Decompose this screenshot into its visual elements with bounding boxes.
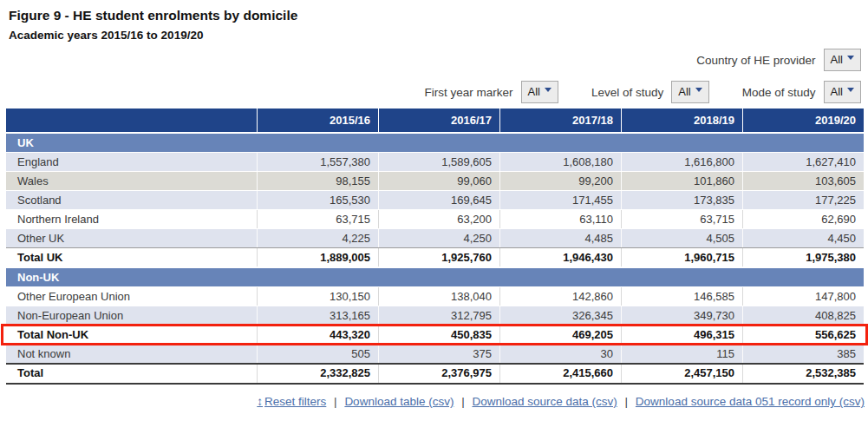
dropdown-value: All (831, 53, 843, 67)
row-label: Wales (6, 172, 257, 190)
row-label: Total Non-UK (6, 326, 257, 344)
year-column-header: 2019/20 (742, 109, 864, 132)
download-source-data-051-csv-link[interactable]: Download source data 051 record only (cs… (636, 395, 865, 408)
cell-value: 30 (499, 345, 621, 363)
page-subtitle: Academic years 2015/16 to 2019/20 (9, 29, 868, 42)
filter-label: First year marker (425, 86, 513, 99)
cell-value: 63,715 (621, 210, 742, 228)
cell-value: 2,332,825 (257, 365, 378, 383)
cell-value: 169,645 (378, 191, 499, 209)
year-column-header: 2018/19 (621, 109, 742, 132)
group-row-non-uk: Non-UK (6, 266, 864, 286)
table-row-wales: Wales98,15599,06099,200101,860103,605 (6, 171, 864, 190)
cell-value: 142,860 (499, 287, 621, 306)
cell-value: 312,795 (378, 306, 499, 325)
table-row-total-non-uk: Total Non-UK443,320450,835469,205496,315… (6, 325, 864, 344)
reset-filters-icon: ↕ (257, 395, 263, 408)
cell-value: 4,450 (742, 229, 864, 247)
cell-value: 1,925,760 (378, 248, 499, 266)
footer-links: ↕Reset filters | Download table (csv) | … (0, 395, 868, 408)
cell-value: 147,800 (742, 287, 864, 306)
cell-value: 165,530 (257, 191, 378, 209)
cell-value: 2,532,385 (742, 365, 864, 383)
chevron-down-icon (545, 88, 551, 92)
cell-value: 4,485 (499, 229, 621, 247)
cell-value: 1,889,005 (257, 248, 378, 266)
cell-value: 4,505 (621, 229, 742, 247)
cell-value: 63,110 (499, 210, 621, 228)
filter-row-1: Country of HE provider All (0, 49, 868, 71)
table-row-not-known: Not known50537530115385 (6, 344, 864, 363)
cell-value: 2,376,975 (378, 365, 499, 383)
row-label: Scotland (6, 191, 257, 209)
level-of-study-dropdown[interactable]: All (671, 81, 708, 103)
cell-value: 98,155 (257, 172, 378, 190)
row-label: Non-European Union (6, 306, 257, 325)
table-row-northern-ireland: Northern Ireland63,71563,20063,11063,715… (6, 209, 864, 228)
cell-value: 138,040 (378, 287, 499, 306)
group-row-uk: UK (6, 132, 864, 152)
table-row-other-uk: Other UK4,2254,2504,4854,5054,450 (6, 228, 864, 247)
cell-value: 173,835 (621, 191, 742, 209)
year-column-header: 2015/16 (257, 109, 378, 132)
download-table-csv-link[interactable]: Download table (csv) (344, 395, 454, 408)
cell-value: 99,200 (499, 172, 621, 190)
cell-value: 4,225 (257, 229, 378, 247)
table-row-total: Total2,332,8252,376,9752,415,6602,457,15… (6, 363, 864, 385)
cell-value: 443,320 (257, 326, 378, 344)
country-filter-dropdown[interactable]: All (824, 49, 861, 71)
cell-value: 177,225 (742, 191, 864, 209)
cell-value: 469,205 (499, 326, 621, 344)
cell-value: 4,250 (378, 229, 499, 247)
link-separator: | (334, 395, 337, 408)
cell-value: 1,960,715 (621, 248, 742, 266)
cell-value: 130,150 (257, 287, 378, 306)
cell-value: 1,608,180 (499, 153, 621, 171)
cell-value: 326,345 (499, 306, 621, 325)
cell-value: 496,315 (621, 326, 742, 344)
page-title: Figure 9 - HE student enrolments by domi… (9, 8, 868, 23)
cell-value: 171,455 (499, 191, 621, 209)
cell-value: 505 (257, 345, 378, 363)
filter-label: Country of HE provider (696, 54, 815, 67)
row-label: Other European Union (6, 287, 257, 306)
cell-value: 63,715 (257, 210, 378, 228)
dropdown-value: All (831, 85, 843, 99)
cell-value: 450,835 (378, 326, 499, 344)
cell-value: 99,060 (378, 172, 499, 190)
year-column-header: 2016/17 (378, 109, 499, 132)
dropdown-value: All (528, 85, 540, 99)
table-header-row: 2015/16 2016/17 2017/18 2018/19 2019/20 (6, 109, 864, 132)
filter-label: Mode of study (742, 86, 816, 99)
chevron-down-icon (847, 88, 854, 92)
chevron-down-icon (695, 88, 702, 92)
first-year-marker-dropdown[interactable]: All (521, 81, 558, 103)
mode-of-study-dropdown[interactable]: All (824, 81, 861, 103)
cell-value: 1,589,605 (378, 153, 499, 171)
cell-value: 349,730 (621, 306, 742, 325)
chevron-down-icon (847, 56, 854, 60)
table-row-england: England1,557,3801,589,6051,608,1801,616,… (6, 152, 864, 171)
cell-value: 103,605 (742, 172, 864, 190)
table-row-other-european-union: Other European Union130,150138,040142,86… (6, 286, 864, 306)
row-label: Other UK (6, 229, 257, 247)
cell-value: 385 (742, 345, 864, 363)
cell-value: 62,690 (742, 210, 864, 228)
filter-country-of-he-provider: Country of HE provider All (696, 49, 861, 71)
link-separator: | (461, 395, 465, 408)
cell-value: 1,627,410 (742, 153, 864, 171)
cell-value: 63,200 (378, 210, 499, 228)
cell-value: 101,860 (621, 172, 742, 190)
enrolment-table: 2015/16 2016/17 2017/18 2018/19 2019/20 … (6, 109, 864, 385)
row-label: Total (6, 365, 257, 383)
page-header: Figure 9 - HE student enrolments by domi… (0, 0, 868, 42)
dropdown-value: All (678, 85, 690, 99)
filter-level-of-study: Level of study All (591, 81, 709, 103)
reset-filters-link[interactable]: ↕Reset filters (257, 395, 326, 408)
cell-value: 115 (621, 345, 742, 363)
filter-label: Level of study (591, 86, 663, 99)
row-label: UK (6, 134, 864, 152)
filter-first-year-marker: First year marker All (425, 81, 558, 103)
download-source-data-csv-link[interactable]: Download source data (csv) (472, 395, 617, 408)
table-row-total-uk: Total UK1,889,0051,925,7601,946,4301,960… (6, 247, 864, 266)
